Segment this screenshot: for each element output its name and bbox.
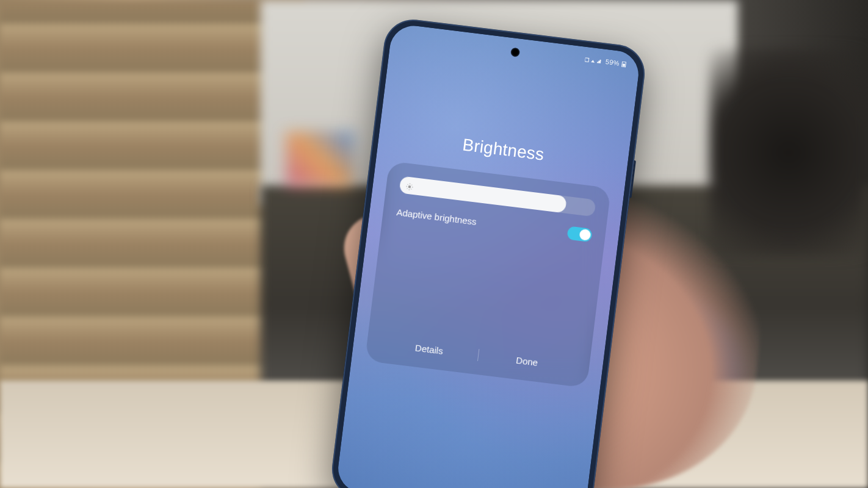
- brightness-slider-fill: [399, 176, 567, 213]
- svg-line-8: [408, 184, 408, 185]
- svg-rect-2: [623, 63, 625, 66]
- svg-rect-0: [585, 58, 589, 62]
- phone-screen: 59% Brightness Adaptive brightness: [336, 23, 642, 488]
- battery-icon: [621, 60, 627, 68]
- svg-line-9: [411, 188, 411, 189]
- svg-line-10: [407, 188, 408, 189]
- done-button[interactable]: Done: [478, 350, 576, 372]
- svg-point-3: [408, 185, 411, 188]
- adaptive-brightness-label: Adaptive brightness: [396, 207, 477, 227]
- background-photo-frames: [286, 132, 353, 187]
- adaptive-brightness-toggle[interactable]: [566, 226, 592, 242]
- front-camera-hole: [510, 48, 520, 57]
- status-bar: 59%: [585, 56, 628, 68]
- status-indicators-icon: [585, 56, 604, 65]
- background-espresso-machine: [709, 49, 868, 256]
- svg-line-11: [411, 185, 412, 185]
- details-button[interactable]: Details: [380, 338, 478, 360]
- brightness-panel: Adaptive brightness Details Done: [365, 161, 611, 388]
- sun-icon: [406, 182, 414, 190]
- status-battery-text: 59%: [605, 58, 620, 67]
- toggle-thumb: [579, 229, 591, 241]
- panel-action-row: Details Done: [380, 329, 577, 373]
